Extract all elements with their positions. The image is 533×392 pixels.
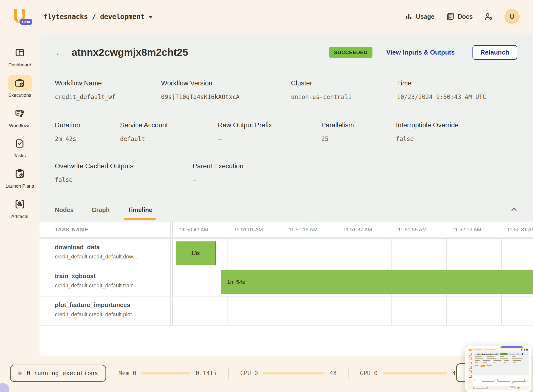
status-badge: SUCCEEDED (329, 47, 372, 58)
user-gear-icon (484, 12, 493, 21)
time-tick: 11:50:43 AM (180, 227, 208, 233)
timeline-bar[interactable]: 13s (176, 241, 216, 265)
timeline-track: 1m 54s (172, 268, 533, 296)
relaunch-button[interactable]: Relaunch (472, 45, 517, 60)
time-tick: 11:51:37 AM (343, 227, 372, 233)
chevron-up-icon (510, 205, 518, 214)
execution-header: ← atnnx2cwgmjx8m2cht25 SUCCEEDED View In… (55, 42, 517, 63)
task-name-column-header: TASK NAME (40, 222, 171, 237)
avatar[interactable]: U (504, 9, 520, 24)
field-workflow-version: Workflow Version 09sjT10qTq4sK16kAOtxcA (161, 79, 240, 100)
thumbnail-title: ← atnnx2cwgmjx8m2cht25 (475, 353, 498, 355)
thumbnail-graph-area: start end (473, 375, 529, 386)
thumbnail-tab: Graph (481, 364, 485, 366)
meta-row-3: Overwrite Cached Outputs false Parent Ex… (40, 162, 533, 195)
header-divider-strip (40, 237, 533, 239)
docs-label: Docs (458, 13, 473, 20)
time-tick: 11:52:31 AM (507, 227, 533, 233)
divider (228, 368, 229, 379)
gpu-meter: GPU 0 4 (360, 370, 456, 377)
tab-nodes[interactable]: Nodes (55, 200, 74, 220)
thumbnail-nav-icons (521, 349, 528, 351)
workflow-name-link[interactable]: credit_default_wf (55, 94, 116, 100)
artifacts-icon (8, 196, 32, 212)
timeline-bar[interactable]: 1m 54s (221, 270, 533, 294)
user-settings-button[interactable] (484, 12, 493, 21)
field-service-account: Service Account default (120, 121, 168, 142)
sidebar-item-tasks[interactable]: Tasks (8, 136, 32, 159)
gpu-meter-track (383, 372, 447, 374)
thumbnail-topbar: flytesnacks / development (468, 348, 529, 352)
thumbnail-start-node: start (474, 379, 478, 381)
usage-button[interactable]: Usage (405, 13, 434, 20)
collapse-panel-button[interactable] (510, 205, 518, 215)
timeline-track (172, 297, 533, 325)
meta-row-1: Workflow Name credit_default_wf Workflow… (40, 79, 533, 112)
running-executions-pill[interactable]: 0 running executions (10, 365, 106, 382)
time-tick: 11:52:13 AM (452, 227, 481, 233)
thumbnail-end-node: end (524, 379, 528, 381)
sidebar-item-workflows[interactable]: Workflows (8, 106, 32, 129)
status-dot-icon (18, 372, 22, 375)
workflows-icon (8, 106, 32, 121)
sidebar-item-artifacts[interactable]: Artifacts (8, 196, 32, 219)
sidebar-item-executions[interactable]: Executions (8, 75, 32, 98)
timeline-row-plot-feature-importances[interactable]: plot_feature_importances credit_default.… (40, 297, 533, 326)
timeline-row-download-data[interactable]: download_data credit_default.credit_defa… (40, 239, 533, 268)
screen-share-thumbnail[interactable]: flytesnacks / development ← atnnx2cwgmjx… (465, 346, 532, 392)
field-interruptible-override: Interruptible Override false (396, 121, 459, 142)
sidebar-item-launch-plans[interactable]: Launch Plans (5, 166, 34, 189)
tasks-icon (8, 136, 32, 151)
timeline-track: 13s (172, 239, 533, 268)
top-bar: Beta flytesnacks / development Usage Doc… (0, 0, 533, 33)
union-logo[interactable]: Beta (11, 8, 29, 25)
cpu-meter-track (263, 372, 325, 374)
task-name-cell[interactable]: plot_feature_importances credit_default.… (40, 297, 171, 325)
thumbnail-help-button[interactable]: ? (517, 387, 520, 389)
top-nav: Usage Docs (405, 9, 520, 24)
time-tick: 11:51:19 AM (289, 227, 317, 233)
thumbnail-logo (469, 349, 472, 351)
tab-graph[interactable]: Graph (91, 200, 110, 220)
field-duration: Duration 2m 42s (55, 121, 80, 142)
thumbnail-panel: ← atnnx2cwgmjx8m2cht25 SUCCEEDED View In… (473, 352, 529, 375)
sidebar-item-label: Artifacts (11, 214, 28, 219)
timeline-row-train-xgboost[interactable]: train_xgboost credit_default.credit_defa… (40, 268, 533, 297)
sidebar: Dashboard Executions Workflows Tasks Lau… (0, 33, 40, 392)
thumbnail-view-link: View Inputs & Outputs (509, 353, 521, 355)
tab-bar: Nodes Graph Timeline (55, 200, 518, 220)
breadcrumb-label: flytesnacks / development (43, 13, 144, 21)
memory-meter: Mem 0 0.14Ti (119, 370, 217, 377)
memory-meter-track (141, 372, 191, 374)
thumbnail-sidebar (468, 352, 473, 390)
thumbnail-tab: Nodes (475, 364, 478, 366)
thumbnail-price-button[interactable]: $ 29.99 (509, 387, 516, 389)
breadcrumb[interactable]: flytesnacks / development (43, 13, 153, 21)
thumbnail-statusbar: $ 29.99 ? (473, 386, 529, 389)
tab-timeline[interactable]: Timeline (127, 200, 152, 220)
thumbnail-tab: Timeline (487, 364, 492, 366)
chevron-down-icon (148, 16, 153, 19)
docs-button[interactable]: Docs (446, 12, 473, 21)
cluster-status-bar: 0 running executions Mem 0 0.14Ti CPU 0 … (10, 364, 456, 383)
sidebar-item-label: Workflows (9, 123, 30, 129)
sidebar-item-label: Launch Plans (5, 183, 34, 189)
view-inputs-outputs-link[interactable]: View Inputs & Outputs (386, 49, 455, 56)
workflow-version-link[interactable]: 09sjT10qTq4sK16kAOtxcA (161, 94, 240, 100)
thumbnail-breadcrumb: flytesnacks / development (473, 349, 495, 351)
timeline-section: TASK NAME 11:50:43 AM 11:51:01 AM 11:51:… (40, 222, 533, 356)
task-name-cell[interactable]: train_xgboost credit_default.credit_defa… (40, 268, 171, 296)
sidebar-item-dashboard[interactable]: Dashboard (8, 45, 32, 68)
field-workflow-name: Workflow Name credit_default_wf (55, 79, 116, 100)
task-name-header-label: TASK NAME (55, 227, 89, 233)
beta-badge: Beta (20, 19, 32, 25)
dashboard-icon (8, 45, 32, 60)
task-name-cell[interactable]: download_data credit_default.credit_defa… (40, 239, 171, 268)
field-cluster: Cluster union-us-central1 (291, 79, 352, 100)
timeline-header: TASK NAME 11:50:43 AM 11:51:01 AM 11:51:… (40, 222, 533, 237)
divider (348, 368, 348, 379)
cpu-meter: CPU 0 48 (240, 370, 337, 377)
back-arrow-icon[interactable]: ← (55, 47, 65, 57)
execution-detail-panel: ← atnnx2cwgmjx8m2cht25 SUCCEEDED View In… (40, 33, 533, 356)
thumbnail-status-badge: SUCCEEDED (500, 353, 508, 355)
